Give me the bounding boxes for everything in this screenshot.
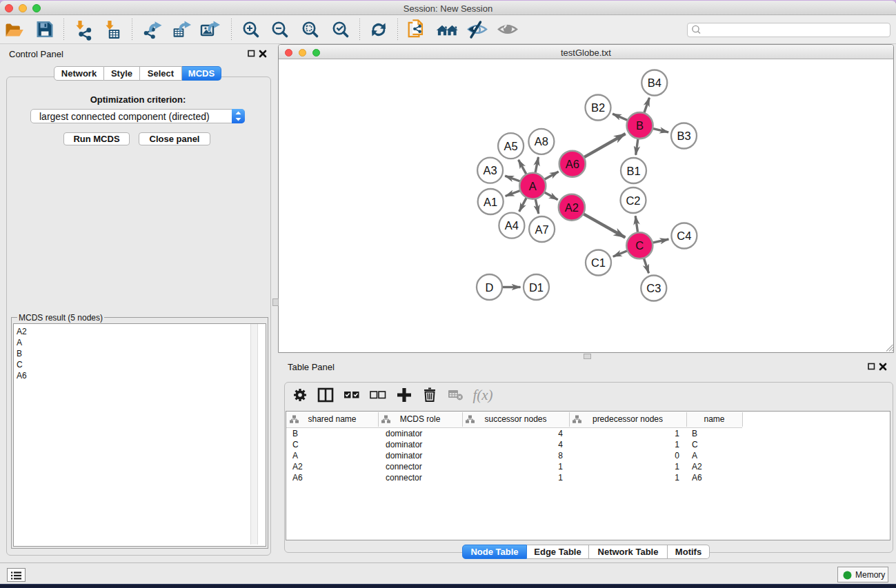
svg-text:B3: B3 [677, 130, 690, 142]
svg-text:A4: A4 [505, 219, 519, 232]
svg-text:C: C [635, 239, 644, 252]
svg-text:B1: B1 [626, 165, 640, 177]
svg-text:A2: A2 [565, 201, 579, 214]
svg-text:A5: A5 [504, 140, 518, 152]
svg-text:A7: A7 [535, 223, 549, 236]
svg-text:A: A [529, 180, 537, 192]
svg-text:C3: C3 [646, 282, 661, 294]
svg-text:f(x): f(x) [472, 387, 492, 403]
svg-text:B4: B4 [648, 77, 661, 89]
svg-text:A8: A8 [535, 135, 548, 148]
svg-text:C4: C4 [677, 230, 691, 242]
svg-text:C1: C1 [591, 256, 606, 269]
svg-text:B2: B2 [591, 101, 605, 114]
svg-text:A3: A3 [484, 164, 497, 176]
svg-text:A6: A6 [566, 158, 579, 170]
svg-text:D: D [486, 281, 494, 294]
svg-text:A1: A1 [484, 196, 497, 208]
svg-text:D1: D1 [529, 281, 544, 294]
svg-text:C2: C2 [626, 194, 640, 207]
svg-text:B: B [636, 119, 644, 132]
